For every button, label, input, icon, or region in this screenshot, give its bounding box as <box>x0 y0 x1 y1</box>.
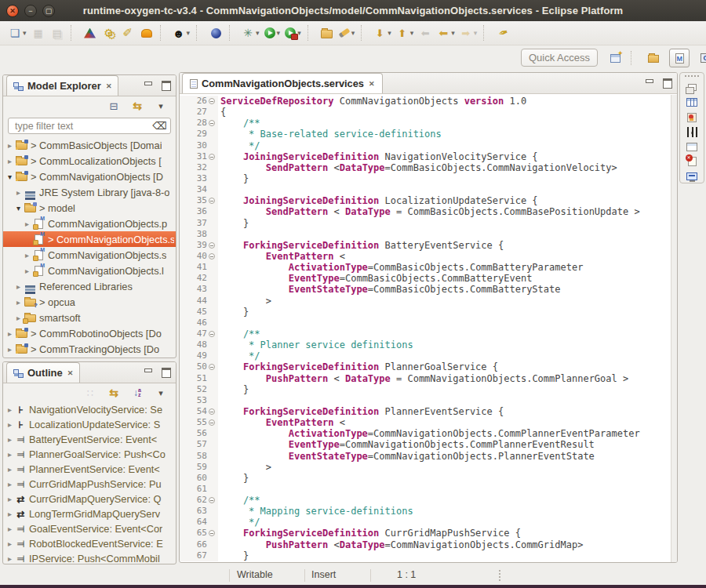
fold-collapse-icon[interactable] <box>209 198 215 204</box>
tree-item[interactable]: ▸CommNavigationObjects.p <box>3 216 176 231</box>
fold-collapse-icon[interactable] <box>209 364 215 370</box>
expand-arrow-icon[interactable]: ▸ <box>14 314 23 322</box>
expand-arrow-icon[interactable]: ▸ <box>23 251 31 260</box>
fold-collapse-icon[interactable] <box>209 331 215 337</box>
outline-item[interactable]: ▸LongTermGridMapQueryServ <box>3 506 176 521</box>
expand-arrow-icon[interactable]: ▸ <box>5 435 14 444</box>
tree-item[interactable]: ▸JRE System Library [java-8-o <box>3 184 176 200</box>
tree-item[interactable]: ▸> CommTrackingObjects [Do <box>3 341 176 357</box>
debug-dropdown-icon[interactable]: ▾ <box>256 29 260 37</box>
robot-button[interactable] <box>138 24 155 42</box>
mark-occurrences-button[interactable] <box>494 24 511 42</box>
fold-collapse-icon[interactable] <box>209 408 215 415</box>
link-with-editor-button[interactable] <box>105 385 122 401</box>
open-perspective-button[interactable] <box>605 49 625 67</box>
run-button[interactable]: ▾ <box>263 24 282 42</box>
search-torch-dropdown-icon[interactable]: ▾ <box>351 29 355 37</box>
outline-item[interactable]: ▸RobotBlockedEventService: E <box>3 536 176 551</box>
fold-collapse-icon[interactable] <box>209 120 215 126</box>
expand-arrow-icon[interactable]: ▸ <box>5 510 14 518</box>
tree-item[interactable]: ▾> CommNavigationObjects [D <box>3 169 176 184</box>
smartmdsd-prism-button[interactable] <box>82 24 99 42</box>
back-button[interactable]: ▾ <box>435 24 457 42</box>
debug-button[interactable]: ▾ <box>240 24 261 42</box>
new-wizard-dropdown-icon[interactable]: ▾ <box>23 29 27 37</box>
guide-view-button[interactable] <box>683 111 701 124</box>
overview-ruler[interactable] <box>671 95 677 562</box>
minimize-view-button[interactable] <box>644 78 653 86</box>
next-annotation-button[interactable]: ▾ <box>372 24 393 42</box>
resource-perspective-button[interactable] <box>643 49 664 67</box>
outline-item[interactable]: ▸PlannerGoalService: Push<Co <box>3 447 176 462</box>
expand-arrow-icon[interactable]: ▸ <box>5 539 14 548</box>
tree-item[interactable]: ▾> model <box>3 200 176 216</box>
close-icon[interactable]: ✕ <box>106 82 112 90</box>
last-edit-location-button[interactable] <box>417 24 434 42</box>
expand-arrow-icon[interactable]: ▾ <box>14 204 23 212</box>
outline-item[interactable]: ▸NavigationVelocityService: Se <box>3 402 176 417</box>
generate-code-gears-button[interactable] <box>100 24 118 42</box>
minimize-view-button[interactable] <box>143 368 152 376</box>
fold-collapse-icon[interactable] <box>209 530 215 536</box>
back-dropdown-icon[interactable]: ▾ <box>451 29 455 37</box>
tab-outline[interactable]: Outline ✕ <box>6 362 80 383</box>
save-button[interactable] <box>30 24 47 42</box>
sort-alphabetically-button[interactable] <box>129 385 146 401</box>
tree-item[interactable]: ▸Referenced Libraries <box>3 278 176 294</box>
close-icon[interactable]: ✕ <box>67 369 74 377</box>
user-profile-button[interactable]: ▾ <box>171 24 192 42</box>
cpp-perspective-button[interactable] <box>695 49 706 67</box>
user-profile-dropdown-icon[interactable]: ▾ <box>187 29 191 37</box>
outline-item[interactable]: ▸PlannerEventService: Event< <box>3 462 176 477</box>
view-menu-button[interactable] <box>152 98 169 114</box>
next-annotation-dropdown-icon[interactable]: ▾ <box>388 29 391 37</box>
search-torch-button[interactable]: ▾ <box>337 24 357 42</box>
expand-arrow-icon[interactable]: ▸ <box>5 554 14 563</box>
restore-windows-button[interactable] <box>683 82 701 94</box>
expand-arrow-icon[interactable]: ▸ <box>14 282 23 291</box>
previous-annotation-dropdown-icon[interactable]: ▾ <box>410 29 414 37</box>
forward-dropdown-icon[interactable]: ▾ <box>474 29 478 37</box>
forward-button[interactable]: ▾ <box>458 24 479 42</box>
fold-collapse-icon[interactable] <box>209 154 215 160</box>
fold-collapse-icon[interactable] <box>209 497 215 503</box>
fold-collapse-icon[interactable] <box>209 419 215 426</box>
tree-item[interactable]: ▸> CommBasicObjects [Domai <box>3 137 176 153</box>
expand-arrow-icon[interactable]: ▸ <box>23 220 31 228</box>
expand-arrow-icon[interactable]: ▸ <box>5 420 14 429</box>
run-external-tools-button[interactable]: ▾ <box>283 24 303 42</box>
expand-arrow-icon[interactable]: ▸ <box>5 524 14 533</box>
drag-handle[interactable] <box>685 75 699 78</box>
expand-arrow-icon[interactable]: ▸ <box>14 188 23 197</box>
drag-handle[interactable] <box>499 570 502 581</box>
tab-editor-services-file[interactable]: CommNavigationObjects.services ✕ <box>182 73 383 93</box>
window-close-button[interactable]: ✕ <box>6 5 19 17</box>
quick-access-field[interactable]: Quick Access <box>521 49 598 67</box>
tree-item[interactable]: ▸smartsoft <box>3 310 176 325</box>
expand-arrow-icon[interactable]: ▸ <box>5 450 14 459</box>
tree-item[interactable]: > CommNavigationObjects.se <box>3 231 176 247</box>
outline-item[interactable]: ▸CurrGridMapQueryService: Q <box>3 492 176 506</box>
fold-collapse-icon[interactable] <box>209 242 215 249</box>
view-menu-button[interactable] <box>152 385 169 401</box>
outline-item[interactable]: ▸LocalizationUpdateService: S <box>3 417 176 432</box>
outline-item[interactable]: ▸BatteryEventService: Event< <box>3 432 176 447</box>
open-folder-button[interactable] <box>318 24 336 42</box>
console-view-button[interactable] <box>683 170 701 183</box>
new-wizard-button[interactable]: ▾ <box>7 24 28 42</box>
window-minimize-button[interactable]: − <box>24 5 37 17</box>
web-globe-button[interactable] <box>207 24 224 42</box>
outline-item[interactable]: ▸GoalEventService: Event<Cor <box>3 521 176 536</box>
window-view-button[interactable] <box>683 140 701 153</box>
filter-input[interactable] <box>13 120 153 132</box>
expand-arrow-icon[interactable]: ▾ <box>5 172 14 181</box>
expand-arrow-icon[interactable]: ▸ <box>5 405 14 414</box>
minimize-view-button[interactable] <box>143 81 152 89</box>
previous-annotation-button[interactable]: ▾ <box>395 24 416 42</box>
code-editor[interactable]: 26ServiceDefRepository CommNavigationObj… <box>180 95 671 562</box>
clear-filter-icon[interactable]: ⌫ <box>153 120 167 132</box>
maximize-view-button[interactable] <box>662 78 671 86</box>
run-dropdown-icon[interactable]: ▾ <box>277 29 281 37</box>
window-maximize-button[interactable]: ▢ <box>42 5 55 17</box>
tree-item[interactable]: ▸CommNavigationObjects.l <box>3 263 176 278</box>
